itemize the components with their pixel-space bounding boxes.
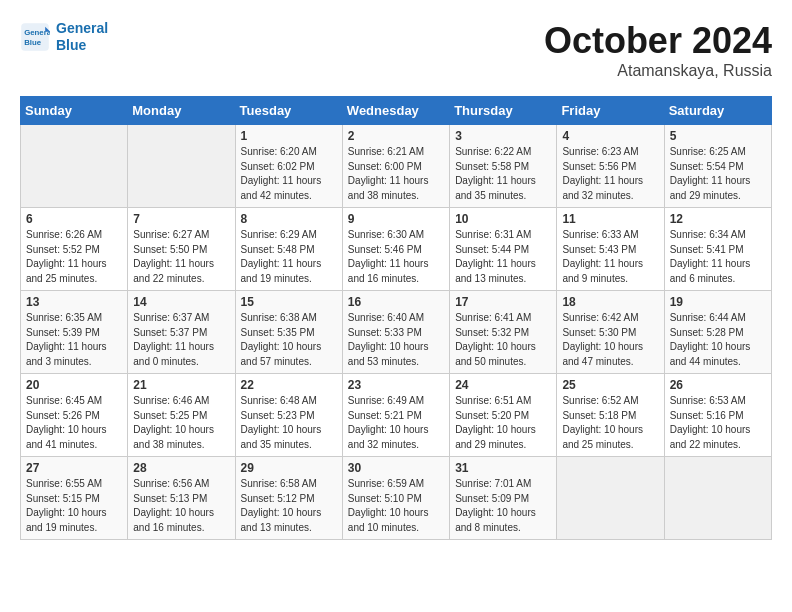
calendar-cell: 17Sunrise: 6:41 AMSunset: 5:32 PMDayligh…	[450, 291, 557, 374]
calendar-cell: 12Sunrise: 6:34 AMSunset: 5:41 PMDayligh…	[664, 208, 771, 291]
calendar-cell: 8Sunrise: 6:29 AMSunset: 5:48 PMDaylight…	[235, 208, 342, 291]
day-info: Sunrise: 6:40 AMSunset: 5:33 PMDaylight:…	[348, 311, 444, 369]
day-number: 16	[348, 295, 444, 309]
day-number: 4	[562, 129, 658, 143]
day-number: 2	[348, 129, 444, 143]
day-number: 30	[348, 461, 444, 475]
day-number: 9	[348, 212, 444, 226]
calendar-cell: 5Sunrise: 6:25 AMSunset: 5:54 PMDaylight…	[664, 125, 771, 208]
day-info: Sunrise: 6:27 AMSunset: 5:50 PMDaylight:…	[133, 228, 229, 286]
calendar-cell: 14Sunrise: 6:37 AMSunset: 5:37 PMDayligh…	[128, 291, 235, 374]
logo-icon: General Blue	[20, 22, 50, 52]
calendar-cell: 20Sunrise: 6:45 AMSunset: 5:26 PMDayligh…	[21, 374, 128, 457]
day-number: 11	[562, 212, 658, 226]
day-number: 5	[670, 129, 766, 143]
day-info: Sunrise: 6:44 AMSunset: 5:28 PMDaylight:…	[670, 311, 766, 369]
calendar-week-3: 13Sunrise: 6:35 AMSunset: 5:39 PMDayligh…	[21, 291, 772, 374]
calendar-cell: 26Sunrise: 6:53 AMSunset: 5:16 PMDayligh…	[664, 374, 771, 457]
calendar-cell: 18Sunrise: 6:42 AMSunset: 5:30 PMDayligh…	[557, 291, 664, 374]
calendar-cell: 28Sunrise: 6:56 AMSunset: 5:13 PMDayligh…	[128, 457, 235, 540]
calendar-cell	[557, 457, 664, 540]
calendar-cell	[664, 457, 771, 540]
day-number: 20	[26, 378, 122, 392]
weekday-header-saturday: Saturday	[664, 97, 771, 125]
day-info: Sunrise: 6:49 AMSunset: 5:21 PMDaylight:…	[348, 394, 444, 452]
day-info: Sunrise: 6:55 AMSunset: 5:15 PMDaylight:…	[26, 477, 122, 535]
weekday-header-wednesday: Wednesday	[342, 97, 449, 125]
day-number: 27	[26, 461, 122, 475]
calendar-cell: 16Sunrise: 6:40 AMSunset: 5:33 PMDayligh…	[342, 291, 449, 374]
calendar-cell: 31Sunrise: 7:01 AMSunset: 5:09 PMDayligh…	[450, 457, 557, 540]
calendar-cell	[128, 125, 235, 208]
calendar-cell: 7Sunrise: 6:27 AMSunset: 5:50 PMDaylight…	[128, 208, 235, 291]
day-info: Sunrise: 6:26 AMSunset: 5:52 PMDaylight:…	[26, 228, 122, 286]
day-number: 13	[26, 295, 122, 309]
calendar-cell: 3Sunrise: 6:22 AMSunset: 5:58 PMDaylight…	[450, 125, 557, 208]
day-number: 28	[133, 461, 229, 475]
day-number: 26	[670, 378, 766, 392]
calendar-cell: 11Sunrise: 6:33 AMSunset: 5:43 PMDayligh…	[557, 208, 664, 291]
day-info: Sunrise: 6:21 AMSunset: 6:00 PMDaylight:…	[348, 145, 444, 203]
day-info: Sunrise: 6:34 AMSunset: 5:41 PMDaylight:…	[670, 228, 766, 286]
day-info: Sunrise: 6:20 AMSunset: 6:02 PMDaylight:…	[241, 145, 337, 203]
weekday-header-thursday: Thursday	[450, 97, 557, 125]
day-info: Sunrise: 6:59 AMSunset: 5:10 PMDaylight:…	[348, 477, 444, 535]
weekday-header-sunday: Sunday	[21, 97, 128, 125]
day-number: 12	[670, 212, 766, 226]
day-number: 7	[133, 212, 229, 226]
day-number: 18	[562, 295, 658, 309]
title-block: October 2024 Atamanskaya, Russia	[544, 20, 772, 80]
calendar-cell: 6Sunrise: 6:26 AMSunset: 5:52 PMDaylight…	[21, 208, 128, 291]
calendar-week-1: 1Sunrise: 6:20 AMSunset: 6:02 PMDaylight…	[21, 125, 772, 208]
day-info: Sunrise: 6:56 AMSunset: 5:13 PMDaylight:…	[133, 477, 229, 535]
day-info: Sunrise: 6:29 AMSunset: 5:48 PMDaylight:…	[241, 228, 337, 286]
calendar-cell: 23Sunrise: 6:49 AMSunset: 5:21 PMDayligh…	[342, 374, 449, 457]
day-info: Sunrise: 7:01 AMSunset: 5:09 PMDaylight:…	[455, 477, 551, 535]
calendar-week-2: 6Sunrise: 6:26 AMSunset: 5:52 PMDaylight…	[21, 208, 772, 291]
day-number: 31	[455, 461, 551, 475]
day-info: Sunrise: 6:52 AMSunset: 5:18 PMDaylight:…	[562, 394, 658, 452]
calendar-cell: 22Sunrise: 6:48 AMSunset: 5:23 PMDayligh…	[235, 374, 342, 457]
weekday-header-tuesday: Tuesday	[235, 97, 342, 125]
logo-text-general: General	[56, 20, 108, 37]
day-info: Sunrise: 6:23 AMSunset: 5:56 PMDaylight:…	[562, 145, 658, 203]
day-info: Sunrise: 6:46 AMSunset: 5:25 PMDaylight:…	[133, 394, 229, 452]
day-info: Sunrise: 6:48 AMSunset: 5:23 PMDaylight:…	[241, 394, 337, 452]
day-info: Sunrise: 6:30 AMSunset: 5:46 PMDaylight:…	[348, 228, 444, 286]
day-info: Sunrise: 6:25 AMSunset: 5:54 PMDaylight:…	[670, 145, 766, 203]
day-info: Sunrise: 6:42 AMSunset: 5:30 PMDaylight:…	[562, 311, 658, 369]
calendar-cell: 27Sunrise: 6:55 AMSunset: 5:15 PMDayligh…	[21, 457, 128, 540]
header: General Blue General Blue October 2024 A…	[20, 20, 772, 80]
day-info: Sunrise: 6:58 AMSunset: 5:12 PMDaylight:…	[241, 477, 337, 535]
calendar-cell: 19Sunrise: 6:44 AMSunset: 5:28 PMDayligh…	[664, 291, 771, 374]
calendar-title: October 2024	[544, 20, 772, 62]
calendar-week-4: 20Sunrise: 6:45 AMSunset: 5:26 PMDayligh…	[21, 374, 772, 457]
day-number: 3	[455, 129, 551, 143]
day-number: 17	[455, 295, 551, 309]
svg-text:Blue: Blue	[24, 38, 42, 47]
day-number: 25	[562, 378, 658, 392]
calendar-cell: 9Sunrise: 6:30 AMSunset: 5:46 PMDaylight…	[342, 208, 449, 291]
calendar-subtitle: Atamanskaya, Russia	[544, 62, 772, 80]
day-number: 24	[455, 378, 551, 392]
calendar-cell: 24Sunrise: 6:51 AMSunset: 5:20 PMDayligh…	[450, 374, 557, 457]
day-number: 21	[133, 378, 229, 392]
day-info: Sunrise: 6:35 AMSunset: 5:39 PMDaylight:…	[26, 311, 122, 369]
day-info: Sunrise: 6:51 AMSunset: 5:20 PMDaylight:…	[455, 394, 551, 452]
day-number: 6	[26, 212, 122, 226]
day-number: 22	[241, 378, 337, 392]
weekday-header-monday: Monday	[128, 97, 235, 125]
logo: General Blue General Blue	[20, 20, 108, 54]
day-number: 29	[241, 461, 337, 475]
day-number: 10	[455, 212, 551, 226]
calendar-cell: 13Sunrise: 6:35 AMSunset: 5:39 PMDayligh…	[21, 291, 128, 374]
day-info: Sunrise: 6:45 AMSunset: 5:26 PMDaylight:…	[26, 394, 122, 452]
day-info: Sunrise: 6:37 AMSunset: 5:37 PMDaylight:…	[133, 311, 229, 369]
day-info: Sunrise: 6:53 AMSunset: 5:16 PMDaylight:…	[670, 394, 766, 452]
day-number: 1	[241, 129, 337, 143]
calendar-cell	[21, 125, 128, 208]
day-info: Sunrise: 6:33 AMSunset: 5:43 PMDaylight:…	[562, 228, 658, 286]
weekday-header-friday: Friday	[557, 97, 664, 125]
calendar-cell: 21Sunrise: 6:46 AMSunset: 5:25 PMDayligh…	[128, 374, 235, 457]
calendar-cell: 30Sunrise: 6:59 AMSunset: 5:10 PMDayligh…	[342, 457, 449, 540]
